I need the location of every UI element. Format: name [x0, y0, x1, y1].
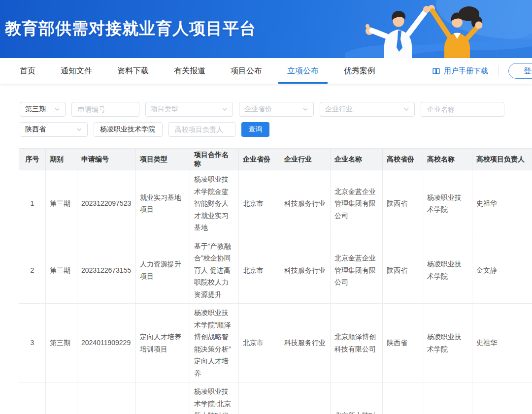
- column-header: 企业名称: [331, 149, 383, 170]
- table-cell: 北京市: [239, 170, 280, 237]
- nav-item-home[interactable]: 首页: [20, 58, 35, 84]
- company-industry-placeholder: 企业行业: [325, 105, 353, 114]
- column-header: 序号: [19, 149, 46, 170]
- column-header: 高校项目负责人: [472, 149, 532, 170]
- nav-item-excellent-cases[interactable]: 优秀案例: [344, 58, 375, 84]
- table-cell: 陕西省: [383, 304, 423, 382]
- header-banner: 教育部供需对接就业育人项目平台: [0, 0, 532, 58]
- column-header: 企业省份: [239, 149, 280, 170]
- table-cell: 杨凌职业技术学院: [423, 382, 472, 414]
- table-cell: 就业实习基地项目: [136, 170, 190, 237]
- table-cell: 杨凌职业技术学院: [423, 237, 472, 304]
- column-header: 项目类型: [136, 149, 190, 170]
- school-leader-input[interactable]: [168, 122, 235, 137]
- table-cell: 杨凌职业技术学院“顺泽博创战略智能决策分析”定向人才培养: [190, 304, 239, 382]
- user-manual-label: 用户手册下载: [444, 66, 488, 76]
- table-cell: 陕西省: [383, 382, 423, 414]
- cell-index: 1: [19, 170, 46, 237]
- book-icon: [432, 67, 440, 75]
- column-header: 申请编号: [77, 149, 136, 170]
- user-manual-link[interactable]: 用户手册下载: [432, 66, 488, 76]
- apply-no-input[interactable]: [71, 102, 139, 117]
- table-cell: 杨凌职业技术学院: [423, 170, 472, 237]
- nav-item-notices[interactable]: 通知文件: [61, 58, 92, 84]
- cell-index: 2: [19, 237, 46, 304]
- nav-item-downloads[interactable]: 资料下载: [117, 58, 149, 84]
- table-cell: 第三期: [46, 304, 77, 382]
- table-cell: 科技服务行业: [280, 237, 331, 304]
- cell-index: 3: [19, 304, 46, 382]
- table-row: 1第三期2023122097523就业实习基地项目杨凌职业技术学院金蓝智能财务人…: [19, 170, 532, 237]
- highfive-illustration: [345, 0, 532, 58]
- table-cell: 人力资源提升项目: [136, 237, 190, 304]
- main-nav: 首页 通知文件 资料下载 有关报道 项目公布 立项公布 优秀案例 用户手册下载 …: [0, 58, 532, 84]
- filter-row-2: 陕西省 查询: [20, 122, 532, 137]
- table-cell: 北京新大陆时代科技有限公司: [331, 382, 383, 414]
- company-province-placeholder: 企业省份: [244, 105, 272, 114]
- table-cell: 第三期: [46, 237, 77, 304]
- table-cell: 科技服务行业: [280, 304, 331, 382]
- table-cell: 定向人才培养培训项目: [136, 304, 190, 382]
- table-row: 3第三期2024011909229定向人才培养培训项目杨凌职业技术学院“顺泽博创…: [19, 304, 532, 382]
- table-cell: 福建省: [239, 382, 280, 414]
- table-cell: 史祖华: [472, 170, 532, 237]
- filter-row-1: 第三期 项目类型 企业省份 企业行业: [20, 102, 532, 117]
- table-cell: 2023122673155: [77, 237, 136, 304]
- period-select[interactable]: 第三期: [20, 102, 66, 117]
- login-button[interactable]: 登录: [508, 63, 532, 79]
- table-cell: 杨凌职业技术学院-北京新大陆时代科技有限公司物联网及人工智能方向人才培养: [190, 382, 239, 414]
- table-cell: 北京金蓝企业管理集团有限公司: [331, 237, 383, 304]
- period-select-value: 第三期: [25, 105, 46, 114]
- results-table-wrap: 序号期别申请编号项目类型项目合作名称企业省份企业行业企业名称高校省份高校名称高校…: [19, 148, 532, 414]
- school-name-input[interactable]: [94, 122, 163, 137]
- chevron-down-icon: [76, 127, 82, 132]
- chevron-down-icon: [403, 106, 409, 112]
- table-cell: 第三期: [46, 170, 77, 237]
- table-cell: 杨凌职业技术学院金蓝智能财务人才就业实习基地: [190, 170, 239, 237]
- page-title: 教育部供需对接就业育人项目平台: [5, 18, 256, 40]
- table-cell: 杨凌职业技术学院: [423, 304, 472, 382]
- results-table: 序号期别申请编号项目类型项目合作名称企业省份企业行业企业名称高校省份高校名称高校…: [19, 148, 532, 414]
- table-cell: 北京顺泽博创科技有限公司: [331, 304, 383, 382]
- table-row: 4第三期2023122905190定向人才培养培训项目杨凌职业技术学院-北京新大…: [19, 382, 532, 414]
- table-cell: 基于“产教融合”校企协同育人 促进高职院校人力资源提升: [190, 237, 239, 304]
- table-cell: 史祖华: [472, 304, 532, 382]
- column-header: 高校名称: [423, 149, 472, 170]
- table-row: 2第三期2023122673155人力资源提升项目基于“产教融合”校企协同育人 …: [19, 237, 532, 304]
- table-cell: 北京市: [239, 237, 280, 304]
- table-cell: 金文静: [472, 237, 532, 304]
- nav-divider: [498, 65, 499, 76]
- chevron-down-icon: [54, 106, 60, 112]
- school-province-value: 陕西省: [25, 125, 46, 134]
- table-cell: 科技服务行业: [280, 170, 331, 237]
- project-type-select[interactable]: 项目类型: [145, 102, 233, 117]
- company-name-input[interactable]: [421, 102, 504, 117]
- project-type-placeholder: 项目类型: [151, 105, 178, 114]
- table-cell: 2024011909229: [77, 304, 136, 382]
- table-cell: 北京金蓝企业管理集团有限公司: [331, 170, 383, 237]
- table-cell: 陕西省: [383, 170, 423, 237]
- nav-right-actions: 用户手册下载 登录: [432, 63, 532, 79]
- column-header: 项目合作名称: [190, 149, 239, 170]
- school-province-select[interactable]: 陕西省: [20, 122, 88, 137]
- main-content: 第三期 项目类型 企业省份 企业行业 陕西省: [0, 84, 532, 414]
- nav-tabs: 首页 通知文件 资料下载 有关报道 项目公布 立项公布 优秀案例: [20, 58, 375, 84]
- search-button[interactable]: 查询: [241, 122, 269, 137]
- table-cell: 科技服务行业: [280, 382, 331, 414]
- chevron-down-icon: [222, 106, 228, 112]
- table-cell: 胡启迪: [472, 382, 532, 414]
- table-cell: 陕西省: [383, 237, 423, 304]
- company-industry-select[interactable]: 企业行业: [320, 102, 415, 117]
- chevron-down-icon: [302, 106, 308, 112]
- nav-item-approval-announce[interactable]: 立项公布: [287, 58, 319, 84]
- table-header-row: 序号期别申请编号项目类型项目合作名称企业省份企业行业企业名称高校省份高校名称高校…: [19, 149, 532, 170]
- column-header: 期别: [46, 149, 77, 170]
- cell-index: 4: [19, 382, 46, 414]
- column-header: 高校省份: [383, 149, 423, 170]
- table-cell: 第三期: [46, 382, 77, 414]
- table-cell: 北京市: [239, 304, 280, 382]
- company-province-select[interactable]: 企业省份: [239, 102, 314, 117]
- nav-item-reports[interactable]: 有关报道: [174, 58, 205, 84]
- table-cell: 定向人才培养培训项目: [136, 382, 190, 414]
- nav-item-project-announce[interactable]: 项目公布: [231, 58, 262, 84]
